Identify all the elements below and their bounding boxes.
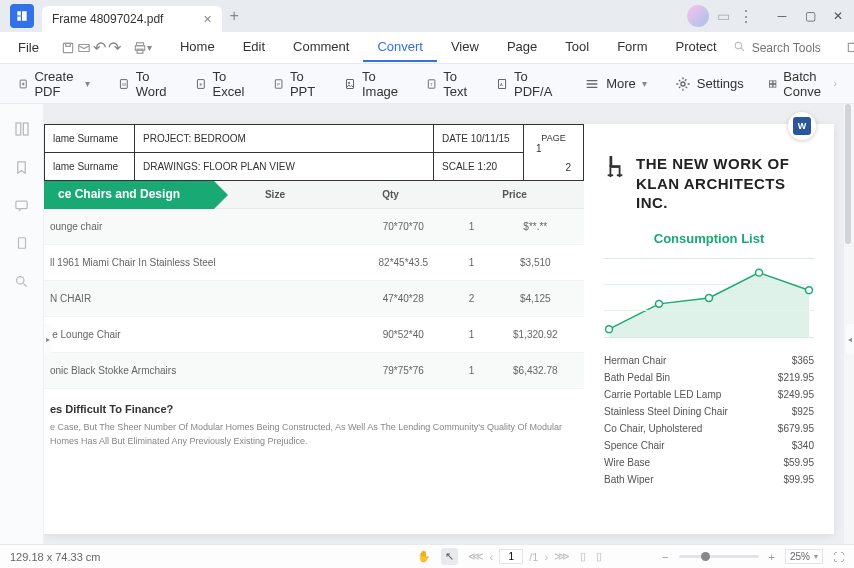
expand-right-icon[interactable]: ◂ [846,324,854,354]
tab-tool[interactable]: Tool [551,33,603,62]
convert-toolbar: Create PDF▾ W To Word E To Excel P To PP… [0,64,854,104]
menubar: File ↶ ↷ ▾ Home Edit Comment Convert Vie… [0,32,854,64]
add-tab-button[interactable]: + [230,7,239,25]
settings-button[interactable]: Settings [665,70,754,98]
svg-rect-24 [769,84,772,87]
hand-tool-icon[interactable]: ✋ [417,550,431,563]
svg-text:P: P [277,81,280,86]
finance-text: e Case, But The Sheer Number Of Modular … [50,421,578,448]
prev-page-icon[interactable]: ‹ [490,551,494,563]
search-tools[interactable] [733,40,832,56]
tab-comment[interactable]: Comment [279,33,363,62]
comment-icon[interactable] [13,196,31,214]
menu-file[interactable]: File [8,36,49,59]
list-item: Carrie Portable LED Lamp$249.95 [604,386,814,403]
tab-view[interactable]: View [437,33,493,62]
brand-header: THE NEW WORK OF KLAN ARCHITECTS INC. [604,154,814,213]
items-table-body: ounge chair70*70*701$**.** ll 1961 Miami… [44,209,584,389]
print-dropdown-icon[interactable]: ▾ [147,42,152,53]
to-pdfa-button[interactable]: A To PDF/A [486,63,566,105]
search-icon [733,40,746,56]
more-button[interactable]: More▾ [574,70,657,98]
thumbnails-icon[interactable] [13,120,31,138]
svg-rect-0 [63,43,72,52]
svg-rect-32 [610,165,621,168]
batch-convert-button[interactable]: Batch Conve › [758,63,847,105]
page-input[interactable] [499,549,523,564]
bookmark-icon[interactable] [13,158,31,176]
notes-icon[interactable]: ▭ [717,8,730,24]
to-text-button[interactable]: T To Text [416,63,482,105]
mail-icon[interactable] [77,38,91,58]
share-icon[interactable] [844,39,854,57]
list-item: Bath Pedal Bin$219.95 [604,369,814,386]
select-tool-icon[interactable]: ↖ [441,548,458,565]
next-page-icon[interactable]: › [544,551,548,563]
tab-edit[interactable]: Edit [229,33,279,62]
search-panel-icon[interactable] [13,272,31,290]
create-pdf-button[interactable]: Create PDF▾ [8,63,100,105]
svg-rect-1 [66,43,71,46]
svg-point-6 [735,42,742,49]
svg-rect-36 [617,174,623,176]
tab-form[interactable]: Form [603,33,661,62]
undo-icon[interactable]: ↶ [93,38,106,58]
fit-screen-icon[interactable]: ⛶ [833,551,844,563]
finance-heading: es Difficult To Finance? [50,389,578,421]
to-word-button[interactable]: W To Word [108,63,181,105]
close-icon[interactable]: × [203,11,211,27]
status-dimensions: 129.18 x 74.33 cm [10,551,101,563]
minimize-button[interactable]: ─ [770,4,794,28]
svg-rect-27 [23,123,28,135]
to-ppt-button[interactable]: P To PPT [263,63,330,105]
svg-rect-7 [848,43,854,51]
attachment-icon[interactable] [13,234,31,252]
brand-title: THE NEW WORK OF KLAN ARCHITECTS INC. [636,154,814,213]
document-tab[interactable]: Frame 48097024.pdf × [42,6,222,32]
zoom-slider[interactable] [679,555,759,558]
tab-protect[interactable]: Protect [661,33,730,62]
continuous-page-icon[interactable]: ▯ [596,550,602,563]
items-table: Size Qty Price [214,181,584,209]
tab-convert[interactable]: Convert [363,33,437,62]
last-page-icon[interactable]: ⋙ [554,550,570,563]
close-button[interactable]: ✕ [826,4,850,28]
svg-rect-35 [608,174,614,176]
scrollbar-thumb[interactable] [845,104,851,244]
redo-icon[interactable]: ↷ [108,38,121,58]
tab-home[interactable]: Home [166,33,229,62]
svg-text:T: T [430,81,433,86]
right-scrollbar-area: ◂ [844,104,854,544]
svg-text:W: W [122,81,127,86]
page-total: /1 [529,551,538,563]
svg-text:A: A [500,82,503,87]
to-excel-button[interactable]: E To Excel [185,63,259,105]
section-heading: ce Chairs and Design [44,181,214,209]
list-item: Stainless Steel Dining Chair$925 [604,403,814,420]
maximize-button[interactable]: ▢ [798,4,822,28]
svg-rect-25 [773,84,776,87]
print-icon[interactable] [133,38,147,58]
consumption-list: Herman Chair$365 Bath Pedal Bin$219.95 C… [604,352,814,488]
consumption-heading: Consumption List [604,231,814,246]
zoom-out-icon[interactable]: − [662,551,668,563]
expand-left-icon[interactable]: ▸ [44,324,52,354]
zoom-in-icon[interactable]: + [769,551,775,563]
single-page-icon[interactable]: ▯ [580,550,586,563]
zoom-select[interactable]: 25%▾ [785,549,823,564]
list-item: Herman Chair$365 [604,352,814,369]
tab-page[interactable]: Page [493,33,551,62]
search-input[interactable] [752,41,832,55]
list-item: Bath Wiper$99.95 [604,471,814,488]
first-page-icon[interactable]: ⋘ [468,550,484,563]
statusbar: 129.18 x 74.33 cm ✋ ↖ ⋘ ‹ /1 › ⋙ ▯ ▯ − +… [0,544,854,568]
save-icon[interactable] [61,38,75,58]
page-navigation: ⋘ ‹ /1 › ⋙ [468,549,571,564]
ai-badge-icon[interactable] [687,5,709,27]
svg-rect-23 [773,80,776,83]
document-area[interactable]: ▸ W lame Surname PROJECT: BEDROOM DATE 1… [44,104,844,544]
svg-rect-28 [16,201,27,209]
word-conversion-badge[interactable]: W [788,112,816,140]
kebab-menu-icon[interactable]: ⋮ [738,7,754,26]
to-image-button[interactable]: To Image [334,63,412,105]
